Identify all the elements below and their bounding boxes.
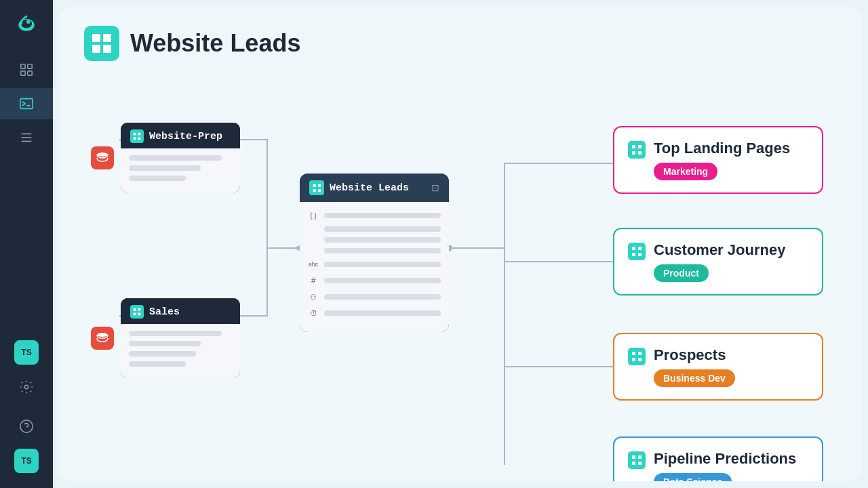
flow-diagram: Website-Prep <box>84 85 837 465</box>
svg-rect-50 <box>638 352 642 355</box>
svg-rect-49 <box>632 352 635 355</box>
field-icon-user: ⚇ <box>308 291 319 302</box>
output-card-title: Top Landing Pages <box>654 140 808 157</box>
main-card-website-leads[interactable]: Website Leads ⊡ {.} abc <box>300 174 449 332</box>
field-row: {.} <box>308 210 441 221</box>
svg-rect-28 <box>134 133 136 136</box>
field-row: # <box>308 275 441 286</box>
svg-marker-21 <box>293 245 300 251</box>
field-icon-abc: abc <box>308 259 319 270</box>
main-card-header: Website Leads ⊡ <box>300 174 449 202</box>
output-card-prospects[interactable]: Prospects Business Dev <box>613 333 823 401</box>
field-bar <box>324 310 441 316</box>
svg-point-2 <box>26 20 30 24</box>
sidebar-item-list[interactable] <box>0 122 53 153</box>
expand-icon[interactable]: ⊡ <box>431 182 439 193</box>
sidebar-item-terminal[interactable] <box>0 88 53 119</box>
sidebar-avatar[interactable]: TS <box>14 449 39 473</box>
source-node-website-prep: Website-Prep <box>91 123 240 192</box>
table-bar <box>129 176 186 181</box>
table-card-sales[interactable]: Sales <box>121 298 240 378</box>
field-bar <box>324 213 441 218</box>
output-card-icon <box>628 243 646 260</box>
svg-rect-44 <box>638 151 642 155</box>
main-card-icon <box>309 180 324 195</box>
svg-rect-54 <box>638 455 642 459</box>
field-bar <box>324 262 441 267</box>
field-icon-json: {.} <box>308 210 319 221</box>
field-icon-number: # <box>308 275 319 286</box>
svg-point-13 <box>20 420 33 432</box>
svg-rect-40 <box>318 189 321 192</box>
field-row: ⏱ <box>308 308 441 319</box>
svg-rect-4 <box>28 64 32 68</box>
output-card-customer-journey[interactable]: Customer Journey Product <box>613 228 823 296</box>
db-icon-sales <box>91 327 114 350</box>
svg-point-32 <box>97 333 108 337</box>
output-tag-data-science: Data Science <box>654 473 732 481</box>
field-row <box>308 248 441 253</box>
sidebar-item-help[interactable] <box>14 411 39 442</box>
svg-rect-53 <box>632 455 635 459</box>
svg-rect-33 <box>134 308 136 311</box>
table-bar <box>129 165 201 171</box>
svg-rect-42 <box>638 145 642 148</box>
svg-rect-5 <box>21 71 25 75</box>
svg-rect-51 <box>632 358 635 361</box>
table-bar <box>129 341 201 346</box>
output-card-title: Pipeline Predictions <box>654 450 808 468</box>
field-bar <box>324 226 441 232</box>
table-card-website-prep[interactable]: Website-Prep <box>121 123 240 192</box>
sidebar: TS TS <box>0 0 53 488</box>
output-tag-business-dev: Business Dev <box>654 369 735 387</box>
svg-rect-30 <box>134 138 136 140</box>
table-icon <box>130 129 144 143</box>
svg-rect-6 <box>28 71 32 75</box>
sidebar-item-settings[interactable] <box>14 371 39 403</box>
output-tag-product: Product <box>654 264 709 282</box>
output-card-pipeline-predictions[interactable]: Pipeline Predictions Data Science <box>613 436 823 481</box>
source-node-sales: Sales <box>91 298 240 378</box>
sidebar-ts-badge[interactable]: TS <box>14 340 39 365</box>
field-row <box>308 226 441 232</box>
output-card-top-landing-pages[interactable]: Top Landing Pages Marketing <box>613 126 823 194</box>
output-card-title: Customer Journey <box>654 241 808 259</box>
field-bar <box>324 237 441 243</box>
table-card-title: Website-Prep <box>149 131 222 142</box>
main-card-title: Website Leads <box>330 182 426 194</box>
svg-rect-17 <box>92 45 100 53</box>
svg-rect-41 <box>632 145 635 148</box>
field-row: abc <box>308 259 441 270</box>
svg-rect-52 <box>638 358 642 361</box>
output-card-icon <box>628 141 646 159</box>
svg-rect-16 <box>103 34 111 42</box>
svg-rect-38 <box>318 184 321 186</box>
svg-point-27 <box>97 152 108 157</box>
page-header: Website Leads <box>84 26 837 61</box>
output-card-title: Prospects <box>654 346 808 364</box>
output-card-icon <box>628 451 646 469</box>
field-row: ⚇ <box>308 291 441 302</box>
svg-rect-43 <box>632 151 635 155</box>
svg-rect-48 <box>638 253 642 256</box>
svg-rect-15 <box>92 34 100 42</box>
svg-rect-7 <box>20 99 33 109</box>
table-card-title: Sales <box>149 306 180 318</box>
app-logo[interactable] <box>11 8 42 39</box>
table-icon <box>130 305 144 319</box>
field-row <box>308 237 441 243</box>
field-bar <box>324 278 441 283</box>
db-icon-website-prep <box>91 146 114 169</box>
svg-rect-45 <box>632 247 635 250</box>
svg-rect-46 <box>638 247 642 250</box>
svg-rect-55 <box>632 462 635 465</box>
field-bar <box>324 248 441 253</box>
sidebar-item-grid[interactable] <box>0 54 53 85</box>
table-bar <box>129 331 222 336</box>
main-content: Website Leads <box>60 7 861 481</box>
svg-rect-35 <box>134 313 136 316</box>
svg-rect-47 <box>632 253 635 256</box>
svg-point-12 <box>24 385 28 389</box>
output-card-icon <box>628 348 646 365</box>
svg-rect-37 <box>313 184 315 186</box>
